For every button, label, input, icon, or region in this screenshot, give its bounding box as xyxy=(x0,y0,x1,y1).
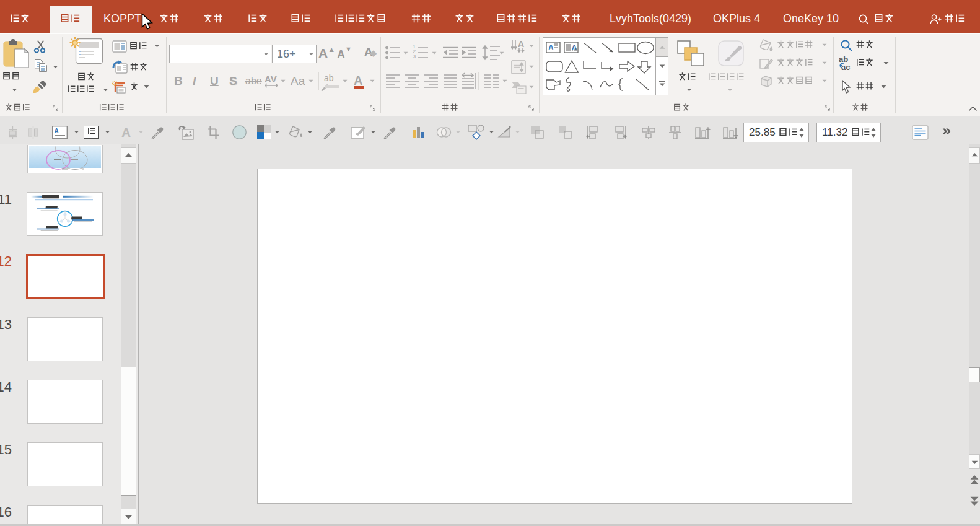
svg-text:A: A xyxy=(518,40,524,49)
svg-text:A: A xyxy=(55,128,59,134)
svg-text:A: A xyxy=(548,43,554,52)
